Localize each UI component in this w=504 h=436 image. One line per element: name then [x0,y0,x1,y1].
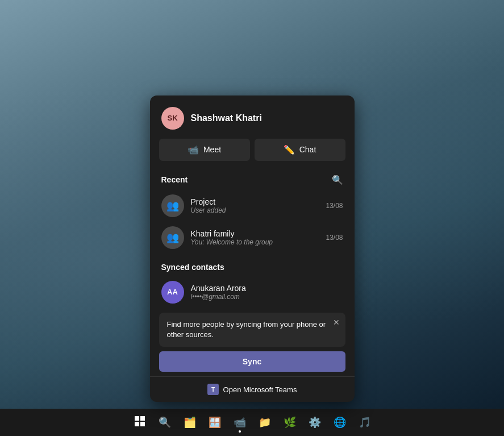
synced-list: AA Anukaran Arora l••••@gmail.com [150,276,355,308]
project-name: Project [191,197,319,206]
group-icon-2: 👥 [166,231,179,244]
notification-text: Find more people by syncing from your ph… [167,319,338,340]
synced-header: Synced contacts [150,258,355,276]
video-icon: 📹 [188,144,199,155]
svg-rect-2 [135,416,139,421]
popup-header: SK Shashwat Khatri [150,95,355,139]
user-initials: SK [167,114,177,122]
plants-icon: 🌿 [284,416,296,429]
search-taskbar-icon: 🔍 [159,416,171,429]
recent-section-header: Recent 🔍 [150,170,355,190]
recent-item-project[interactable]: 👥 Project User added 13/08 [155,190,350,222]
windows-icon [135,416,145,429]
open-teams-text: Open Microsoft Teams [223,385,297,394]
synced-section: Synced contacts AA Anukaran Arora l••••@… [150,258,355,308]
project-avatar: 👥 [161,194,184,217]
chrome-icon: 🌐 [334,416,346,429]
project-info: Project User added [191,197,319,214]
meet-button[interactable]: 📹 Meet [159,139,250,161]
recent-list: 👥 Project User added 13/08 👥 Khatri fami… [150,190,355,254]
anukaran-email: l••••@gmail.com [191,293,343,301]
anukaran-name: Anukaran Arora [191,284,343,293]
teams-popup: SK Shashwat Khatri 📹 Meet ✏️ Chat Recent… [150,95,355,402]
taskbar-file-explorer[interactable]: 🗂️ [178,411,201,434]
taskbar-chrome[interactable]: 🌐 [328,411,351,434]
synced-item-anukaran[interactable]: AA Anukaran Arora l••••@gmail.com [155,276,350,308]
teams-logo-icon: T [207,384,219,395]
svg-text:T: T [211,387,215,393]
khatri-family-sub: You: Welcome to the group [191,238,319,246]
store-icon: 🪟 [209,416,221,429]
anukaran-info: Anukaran Arora l••••@gmail.com [191,284,343,301]
teams-taskbar-icon: 📹 [234,416,246,429]
svg-rect-3 [140,416,145,421]
taskbar-search[interactable]: 🔍 [153,411,176,434]
user-name: Shashwat Khatri [191,113,262,123]
spotify-icon: 🎵 [359,416,371,429]
project-date: 13/08 [326,202,343,210]
khatri-family-name: Khatri family [191,229,319,238]
khatri-family-avatar: 👥 [161,226,184,249]
recent-item-khatri-family[interactable]: 👥 Khatri family You: Welcome to the grou… [155,222,350,254]
search-button[interactable]: 🔍 [332,175,343,185]
svg-rect-4 [135,422,139,426]
recent-title: Recent [161,175,188,184]
user-avatar: SK [161,107,184,130]
taskbar-plants[interactable]: 🌿 [278,411,301,434]
chat-button[interactable]: ✏️ Chat [255,139,345,161]
group-icon: 👥 [166,200,179,212]
anukaran-avatar: AA [161,281,184,304]
svg-rect-5 [140,422,145,426]
taskbar-teams[interactable]: 📹 [228,411,251,434]
taskbar-store[interactable]: 🪟 [203,411,226,434]
khatri-family-date: 13/08 [326,234,343,242]
taskbar-folder[interactable]: 📁 [253,411,276,434]
task-manager-icon: ⚙️ [309,416,321,429]
chat-icon: ✏️ [284,144,295,155]
chat-label: Chat [299,145,316,154]
taskbar-windows-start[interactable] [128,411,151,434]
meet-label: Meet [203,145,221,154]
synced-title: Synced contacts [161,263,224,272]
taskbar-task-manager[interactable]: ⚙️ [303,411,326,434]
taskbar: 🔍 🗂️ 🪟 📹 📁 🌿 ⚙️ 🌐 🎵 [0,409,504,436]
anukaran-initials: AA [167,288,178,296]
folder-icon: 📁 [259,416,271,429]
file-explorer-icon: 🗂️ [184,416,196,429]
khatri-family-info: Khatri family You: Welcome to the group [191,229,319,246]
sync-button[interactable]: Sync [159,351,345,372]
close-notification-button[interactable]: ✕ [333,318,340,326]
taskbar-spotify[interactable]: 🎵 [353,411,376,434]
action-buttons: 📹 Meet ✏️ Chat [150,139,355,170]
project-sub: User added [191,206,319,214]
open-teams-link[interactable]: T Open Microsoft Teams [150,376,355,402]
notification-banner: Find more people by syncing from your ph… [159,313,345,347]
